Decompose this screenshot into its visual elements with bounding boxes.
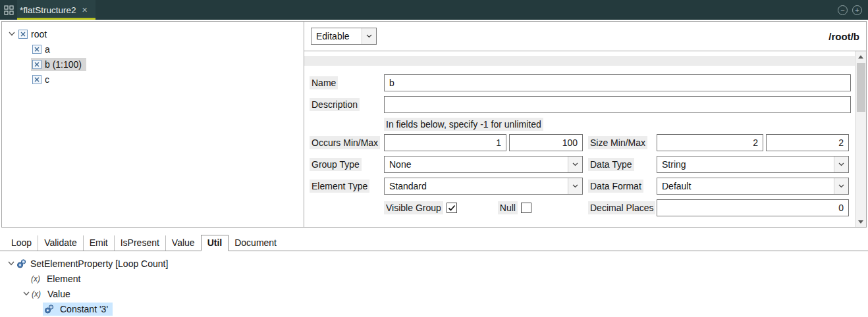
editor-tab-flatstructure2[interactable]: *flatStructure2 ×	[17, 0, 95, 20]
visible-group-label: Visible Group	[384, 201, 443, 214]
dropdown-value: String	[657, 157, 834, 172]
tree-node-c[interactable]: c	[31, 73, 54, 86]
titlebar-actions: − +	[838, 0, 868, 20]
vertical-scrollbar[interactable]	[855, 51, 866, 227]
tab-loop[interactable]: Loop	[5, 235, 38, 251]
element-format-row: Element Type Standard Data Format Defaul…	[310, 178, 851, 195]
properties-body: Name Description In fields below, specif…	[304, 51, 866, 227]
chevron-down-icon[interactable]	[834, 178, 848, 194]
data-format-dropdown[interactable]: Default	[657, 178, 849, 195]
name-label: Name	[310, 76, 338, 89]
tree-row: b (1:100)	[2, 57, 304, 72]
tree-node-root[interactable]: root	[17, 28, 51, 41]
minimize-view-icon[interactable]: −	[838, 5, 848, 15]
expression-tabs: Loop Validate Emit IsPresent Value Util …	[0, 235, 868, 251]
properties-form: Name Description In fields below, specif…	[304, 51, 855, 227]
occurs-min-input[interactable]	[384, 134, 506, 151]
tree-node-label: c	[45, 74, 49, 85]
tree-node-value[interactable]: Value	[47, 289, 70, 299]
group-type-dropdown[interactable]: None	[384, 156, 583, 173]
tree-node-label: root	[31, 29, 47, 39]
description-row: Description	[310, 96, 851, 113]
tab-validate[interactable]: Validate	[38, 235, 83, 251]
structure-app-icon	[0, 0, 17, 20]
tree-node-label: Constant '3'	[60, 304, 108, 314]
chevron-down-icon[interactable]	[362, 28, 376, 44]
expression-fx-icon: (x)	[31, 274, 45, 283]
expressions-panel: Loop Validate Emit IsPresent Value Util …	[0, 228, 868, 317]
tree-row: Constant '3'	[0, 301, 868, 316]
titlebar: *flatStructure2 × − +	[0, 0, 868, 20]
occurs-max-input[interactable]	[509, 134, 583, 151]
element-type-label: Element Type	[310, 180, 369, 193]
tab-ispresent[interactable]: IsPresent	[114, 235, 165, 251]
tab-document[interactable]: Document	[229, 235, 283, 251]
null-checkbox[interactable]	[521, 203, 531, 213]
group-type-label: Group Type	[310, 158, 362, 171]
checkbox-row: Visible Group Null Decimal Places	[310, 199, 851, 216]
spacer-strip	[304, 56, 855, 66]
visible-group-checkbox[interactable]	[447, 203, 457, 213]
tab-value[interactable]: Value	[165, 235, 201, 251]
null-label: Null	[498, 201, 518, 214]
chevron-down-icon[interactable]	[5, 261, 16, 266]
element-icon	[18, 30, 28, 39]
dropdown-value: Editable	[312, 28, 362, 44]
service-gears-icon	[44, 304, 56, 314]
tab-util[interactable]: Util	[201, 235, 229, 251]
scroll-up-icon[interactable]	[855, 51, 867, 62]
element-type-dropdown[interactable]: Standard	[384, 178, 583, 195]
editor-main-area: root a b (1:100)	[1, 21, 867, 228]
chevron-down-icon[interactable]	[834, 157, 848, 172]
util-expression-tree: SetElementProperty [Loop Count] (x) Elem…	[0, 251, 868, 316]
editable-mode-dropdown[interactable]: Editable	[311, 28, 377, 45]
dropdown-value: Default	[657, 178, 834, 194]
data-format-label: Data Format	[588, 180, 643, 193]
tree-row: (x) Value	[0, 286, 868, 301]
expression-fx-icon: (x)	[32, 289, 45, 299]
size-max-input[interactable]	[766, 134, 849, 151]
scroll-down-icon[interactable]	[855, 216, 867, 227]
tree-row: root	[2, 26, 304, 41]
occurs-size-row: Occurs Min/Max Size Min/Max	[310, 134, 851, 151]
structure-tree-panel: root a b (1:100)	[2, 22, 304, 227]
group-data-type-row: Group Type None Data Type String	[310, 156, 851, 173]
element-icon	[32, 45, 41, 54]
decimal-places-label: Decimal Places	[588, 201, 655, 214]
occurs-minmax-label: Occurs Min/Max	[310, 136, 380, 149]
tree-node-setelementproperty[interactable]: SetElementProperty [Loop Count]	[30, 258, 168, 269]
tab-emit[interactable]: Emit	[83, 235, 114, 251]
name-row: Name	[310, 74, 851, 91]
tree-node-element[interactable]: Element	[47, 274, 80, 284]
data-type-label: Data Type	[588, 158, 634, 171]
tree-node-a[interactable]: a	[31, 43, 55, 56]
size-min-input[interactable]	[657, 134, 763, 151]
tree-row: a	[2, 41, 304, 57]
data-type-dropdown[interactable]: String	[657, 156, 849, 173]
tree-node-constant[interactable]: Constant '3'	[43, 303, 113, 316]
maximize-view-icon[interactable]: +	[852, 5, 862, 15]
element-icon	[32, 75, 41, 84]
dropdown-value: Standard	[385, 178, 568, 194]
close-icon[interactable]: ×	[82, 5, 88, 14]
dropdown-value: None	[385, 157, 568, 172]
checkbox-group: Visible Group Null	[384, 201, 583, 214]
tree-node-b[interactable]: b (1:100)	[31, 58, 86, 71]
chevron-down-icon[interactable]	[6, 32, 17, 36]
size-minmax-label: Size Min/Max	[588, 136, 647, 149]
tree-node-label: a	[45, 44, 50, 55]
description-input[interactable]	[384, 96, 851, 113]
app-window: *flatStructure2 × − + root	[0, 0, 868, 317]
decimal-places-input[interactable]	[657, 199, 849, 216]
chevron-down-icon[interactable]	[568, 178, 582, 194]
properties-header: Editable /root/b	[304, 22, 866, 51]
name-input[interactable]	[384, 74, 851, 91]
scrollbar-thumb[interactable]	[857, 63, 865, 112]
tree-row: SetElementProperty [Loop Count]	[0, 256, 868, 271]
tree-row: (x) Element	[0, 271, 868, 286]
chevron-down-icon[interactable]	[568, 157, 582, 172]
unlimited-hint: In fields below, specify -1 for unlimite…	[384, 118, 543, 131]
tree-row: c	[2, 72, 304, 87]
chevron-down-icon[interactable]	[20, 291, 32, 296]
editor-tab-title: *flatStructure2	[20, 5, 76, 15]
